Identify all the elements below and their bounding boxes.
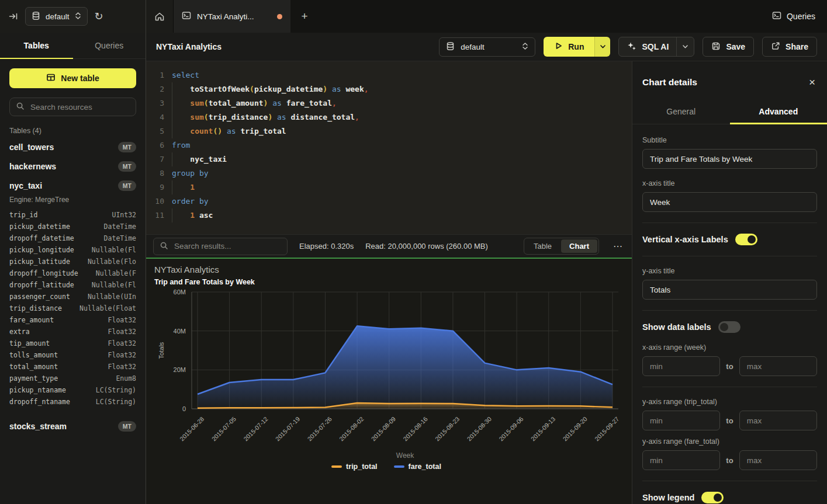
yaxis-title-field[interactable]	[642, 280, 817, 300]
panel-header: Chart details ×	[632, 61, 827, 99]
vertical-xaxis-labels-toggle[interactable]	[735, 234, 757, 245]
vertical-xaxis-labels-label: Vertical x-axis Labels	[642, 235, 728, 244]
tab-title: NYTaxi Analyti...	[197, 12, 254, 21]
results-toolbar: Elapsed: 0.320s Read: 20,000,000 rows (2…	[146, 234, 632, 258]
elapsed-time: Elapsed: 0.320s	[299, 242, 354, 251]
chart-legend: trip_totalfare_total	[154, 463, 618, 471]
tab-general[interactable]: General	[632, 99, 730, 124]
tables-list: Tables (4) cell_towers MT hackernews MT …	[0, 116, 146, 504]
queries-button[interactable]: Queries	[772, 0, 815, 33]
close-icon[interactable]: ×	[809, 77, 815, 88]
yaxis-range-trip-min-field[interactable]	[642, 411, 720, 430]
column-row: dropoff_datetimeDateTime	[9, 232, 136, 244]
chart-panel: NYTaxi Analytics Trip and Fare Totals by…	[146, 259, 632, 504]
sparkles-icon	[627, 41, 636, 53]
yaxis-range-trip-max-field[interactable]	[739, 411, 817, 430]
database-icon	[32, 11, 40, 22]
legend-swatch	[331, 465, 342, 468]
unsaved-dot	[277, 14, 282, 19]
svg-text:2015-06-28: 2015-06-28	[178, 415, 206, 443]
tab-advanced[interactable]: Advanced	[730, 99, 827, 124]
table-item-nyc-taxi[interactable]: nyc_taxi MT	[9, 176, 136, 195]
new-table-button[interactable]: New table	[9, 68, 136, 88]
column-row: passenger_countNullable(UIn	[9, 291, 136, 303]
code-line: toStartOfWeek(pickup_datetime) as week,	[172, 82, 632, 96]
xaxis-range-min-field[interactable]	[642, 356, 720, 376]
chart-subtitle: Trip and Fare Totals by Week	[154, 278, 632, 286]
run-options-caret[interactable]	[594, 37, 610, 57]
engine-badge: MT	[118, 180, 136, 191]
panel-body: Subtitle x-axis title Vertical x-axis La…	[632, 124, 827, 504]
column-row: pickup_ntanameLC(String)	[9, 384, 136, 396]
chevron-updown-icon	[75, 12, 81, 22]
chart-view-button[interactable]: Chart	[561, 239, 597, 253]
play-icon	[554, 41, 563, 52]
xaxis-title-label: x-axis title	[642, 179, 817, 187]
show-legend-row: Show legend	[642, 492, 817, 503]
refresh-icon[interactable]: ↻	[95, 11, 103, 22]
save-button[interactable]: Save	[703, 37, 754, 57]
sql-editor[interactable]: 1234567891011 select toStartOfWeek(picku…	[146, 61, 632, 234]
chart-details-panel: Chart details × General Advanced Subtitl…	[632, 61, 827, 504]
sidebar-tab-queries[interactable]: Queries	[73, 33, 146, 58]
legend-label: fare_total	[409, 463, 441, 471]
svg-text:2015-08-16: 2015-08-16	[402, 415, 429, 443]
to-label: to	[726, 456, 733, 465]
show-data-labels-toggle[interactable]	[718, 321, 741, 333]
panel-tabs: General Advanced	[632, 99, 827, 124]
show-legend-toggle[interactable]	[701, 492, 724, 503]
panel-title: Chart details	[642, 77, 697, 88]
code-line: group by	[172, 166, 632, 180]
editor-line-numbers: 1234567891011	[146, 68, 172, 234]
new-tab-button[interactable]: +	[290, 0, 319, 33]
tab-nytaxi-analytics[interactable]: NYTaxi Analyti...	[174, 0, 290, 33]
search-icon	[16, 102, 25, 112]
table-view-button[interactable]: Table	[525, 239, 560, 253]
divider	[642, 256, 817, 256]
query-toolbar: NYTaxi Analytics default Run	[146, 33, 827, 61]
toolbar-actions: default Run SQ	[439, 37, 817, 57]
table-item-stocks-stream[interactable]: stocks_stream MT	[9, 416, 136, 436]
legend-item-fare_total[interactable]: fare_total	[394, 463, 441, 471]
svg-text:0: 0	[182, 405, 186, 412]
editor-code: select toStartOfWeek(pickup_datetime) as…	[172, 68, 632, 234]
code-line: sum(trip_distance) as distance_total,	[172, 110, 632, 124]
legend-item-trip_total[interactable]: trip_total	[331, 463, 377, 471]
toolbar-database-selector[interactable]: default	[439, 37, 535, 57]
code-line: count() as trip_total	[172, 124, 632, 138]
svg-text:2015-09-27: 2015-09-27	[593, 415, 621, 443]
home-button[interactable]	[146, 0, 174, 33]
column-row: total_amountFloat32	[9, 361, 136, 373]
table-item-hackernews[interactable]: hackernews MT	[9, 157, 136, 176]
more-options-icon[interactable]: ⋯	[611, 241, 625, 252]
sql-ai-caret[interactable]	[676, 37, 694, 56]
queries-icon	[772, 11, 781, 22]
query-tab-icon	[182, 11, 191, 22]
collapse-sidebar-icon[interactable]	[8, 12, 18, 21]
query-title: NYTaxi Analytics	[156, 42, 222, 51]
share-button[interactable]: Share	[762, 37, 817, 57]
xaxis-range-row: to	[642, 356, 817, 376]
svg-text:2015-09-13: 2015-09-13	[530, 415, 557, 443]
search-resources-input[interactable]	[29, 102, 130, 112]
table-item-cell-towers[interactable]: cell_towers MT	[9, 137, 136, 157]
subtitle-field[interactable]	[642, 149, 817, 169]
queries-label: Queries	[787, 12, 815, 21]
engine-badge: MT	[118, 161, 136, 172]
tab-strip: NYTaxi Analyti... + Queries	[146, 0, 827, 33]
yaxis-range-fare-max-field[interactable]	[739, 450, 817, 470]
sql-ai-button[interactable]: SQL AI	[618, 37, 694, 57]
sidebar-tab-tables[interactable]: Tables	[0, 33, 73, 58]
search-results-input[interactable]	[173, 241, 281, 251]
yaxis-range-trip-row: to	[642, 411, 817, 430]
svg-text:2015-09-06: 2015-09-06	[497, 415, 525, 443]
vertical-xaxis-labels-row: Vertical x-axis Labels	[642, 234, 817, 245]
chart-title: NYTaxi Analytics	[154, 265, 632, 274]
app-root: default ↻ NYTaxi Analyti... +	[0, 0, 827, 504]
database-selector[interactable]: default	[25, 7, 88, 26]
xaxis-title-field[interactable]	[642, 192, 817, 212]
save-icon	[711, 41, 721, 53]
xaxis-range-max-field[interactable]	[739, 356, 817, 376]
yaxis-range-fare-min-field[interactable]	[642, 450, 720, 470]
run-button[interactable]: Run	[544, 37, 594, 57]
